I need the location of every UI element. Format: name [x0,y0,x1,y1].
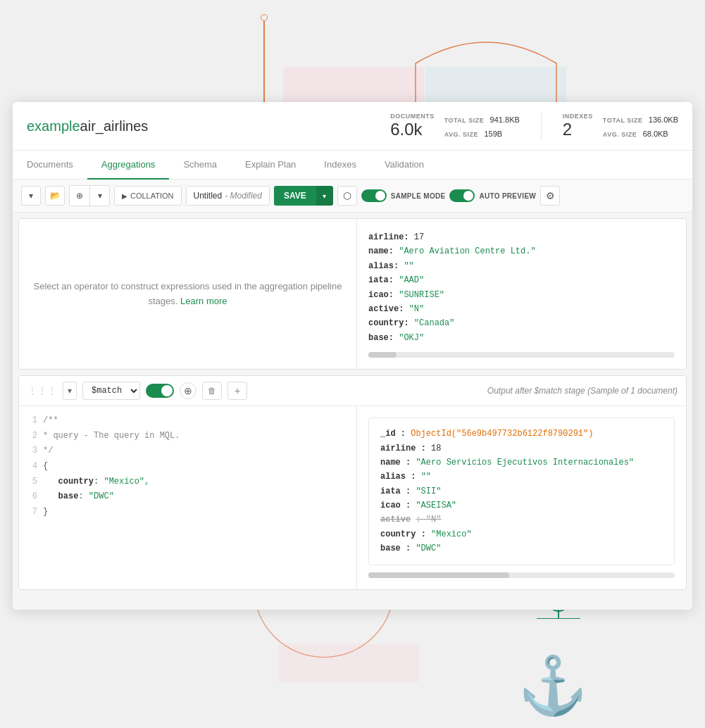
stage-1-panel: Select an operator to construct expressi… [18,218,687,370]
collation-arrow-icon: ▶ [122,192,127,200]
s2-name-value: "Aero Servicios Ejecutivos Internacional… [416,458,634,467]
deco-anchor-horizontal-line [537,618,580,620]
pipeline-chevron-button[interactable]: ▾ [21,186,41,206]
nav-tabs: Documents Aggregations Schema Explain Pl… [13,151,692,180]
avg-size-label: AVG. SIZE [444,131,478,138]
s1-airline: 17 [414,232,424,242]
anchor-icon: ⚓ [518,658,588,714]
sample-mode-toggle[interactable] [361,189,387,202]
save-caret-button[interactable]: ▾ [316,186,333,206]
sample-mode-toggle-group: SAMPLE MODE [361,189,446,202]
indexes-size-stat: TOTAL SIZE 136.0KB AVG. SIZE 68.0KB [603,113,678,139]
chevron-down-icon: ▾ [29,191,33,201]
pipeline-modified-text: - Modified [225,191,262,201]
stage-2-body: 1 /** 2 * query - The query in MQL. 3 */… [19,406,686,589]
stats-block: DOCUMENTS 6.0k TOTAL SIZE 941.8KB AVG. S… [390,112,678,140]
avg-size-docs: 159B [484,130,502,138]
tab-aggregations[interactable]: Aggregations [87,151,170,180]
stage-2-scrollbar-thumb [368,572,509,578]
line-num-1: 1 [26,413,37,429]
collation-button[interactable]: ▶ COLLATION [114,186,182,206]
export-button[interactable]: ⬡ [337,186,357,206]
s1-base: "OKJ" [399,333,424,343]
indexes-total-size: 136.0KB [649,115,678,124]
s2-base-key: base [380,544,401,553]
bottom-space [13,596,692,610]
db-name: example [27,118,80,134]
s2-airline-value: 18 [431,444,441,453]
total-size-docs: 941.8KB [490,115,520,124]
settings-button[interactable]: ⚙ [540,186,560,206]
s2-iata-value: "SII" [416,487,441,496]
auto-preview-toggle[interactable] [449,189,475,202]
s2-active-key: active [380,515,411,525]
stage-1-scrollbar-thumb [368,352,397,358]
stage-2-scrollbar[interactable] [368,572,675,578]
s1-alias: "" [404,261,413,271]
stage-2-panel: ⋮⋮⋮ ▾ $match ⊕ 🗑 [18,375,687,590]
s2-icao-value: "ASEISA" [416,501,456,510]
stage-drag-handle[interactable]: ⋮⋮⋮ [27,385,57,396]
stage-add-after-button[interactable]: + [227,382,247,400]
s2-country-value: "Mexico" [431,529,472,539]
tab-documents[interactable]: Documents [13,151,87,180]
s2-active-value: "N" [426,515,442,525]
deco-rect-pink-bottom [278,644,419,682]
learn-more-link[interactable]: Learn more [180,296,227,306]
sample-mode-label: SAMPLE MODE [391,192,446,200]
deco-arch-top-svg [408,21,563,106]
code-country-key: country [58,477,94,487]
indexes-total-size-label: TOTAL SIZE [603,117,643,124]
documents-stat: DOCUMENTS 6.0k [390,113,435,139]
stage-2-doc-output: _id : ObjectId("56e9b497732b6122f8790291… [380,427,663,556]
stage-1-output: airline: 17 name: "Aero Aviation Centre … [368,230,675,345]
docs-size-stat: TOTAL SIZE 941.8KB AVG. SIZE 159B [444,113,520,139]
auto-preview-toggle-group: AUTO PREVIEW [449,189,536,202]
pipeline-name-display: Untitled- Modified [186,186,270,206]
indexes-avg-size: 68.0KB [643,130,668,138]
line-num-3: 3 [26,444,37,459]
line-num-5: 5 [26,475,37,490]
tab-schema[interactable]: Schema [169,151,231,180]
stage-delete-button[interactable]: 🗑 [202,382,222,400]
toolbar: ▾ 📂 ⊕ ▾ ▶ COLLATION Untitled- Modified S… [13,180,692,213]
more-options-button[interactable]: ▾ [89,186,109,206]
tab-explain-plan[interactable]: Explain Plan [231,151,310,180]
save-button[interactable]: SAVE [274,186,316,206]
s1-active: "N" [409,304,425,314]
stage-1-scrollbar[interactable] [368,352,675,358]
code-line-6: base: "DWC" [43,489,114,505]
indexes-stat: INDEXES 2 [563,113,593,139]
s2-icao-key: icao [380,501,401,510]
auto-preview-label: AUTO PREVIEW [479,192,536,200]
code-line-7: } [43,505,48,520]
open-pipeline-button[interactable]: 📂 [45,186,65,206]
trash-icon: 🗑 [208,386,216,396]
tab-validation[interactable]: Validation [370,151,438,180]
s2-name-key: name [380,458,401,467]
stage-2-code-editor[interactable]: 1 /** 2 * query - The query in MQL. 3 */… [19,406,357,589]
s2-iata-key: iata [380,487,401,496]
add-icon: + [235,385,240,396]
deco-rect-blue [425,67,566,106]
header: exampleair_airlines DOCUMENTS 6.0k TOTAL… [13,102,692,151]
chevron-down-small-icon: ▾ [98,191,102,201]
stage-2-toggle[interactable] [146,384,174,398]
export-icon: ⬡ [343,190,351,201]
main-window: exampleair_airlines DOCUMENTS 6.0k TOTAL… [13,102,692,610]
indexes-count: 2 [563,120,572,139]
stage-operator-select[interactable]: $match [82,382,140,400]
add-stage-button[interactable]: ⊕ [70,186,89,206]
stage-number-button[interactable]: ▾ [63,382,77,400]
plus-icon: ⊕ [184,385,192,396]
total-size-label: TOTAL SIZE [444,117,485,124]
header-divider [541,112,542,140]
tab-indexes[interactable]: Indexes [310,151,370,180]
code-line-5: country: "Mexico", [43,475,149,490]
indexes-avg-size-label: AVG. SIZE [603,131,637,138]
collection-name: air_airlines [80,118,149,134]
stage-1-left: Select an operator to construct expressi… [19,219,357,369]
stage-number-label: ▾ [68,386,72,396]
stage-add-field-button[interactable]: ⊕ [180,382,196,399]
deco-rect-pink [283,67,424,106]
